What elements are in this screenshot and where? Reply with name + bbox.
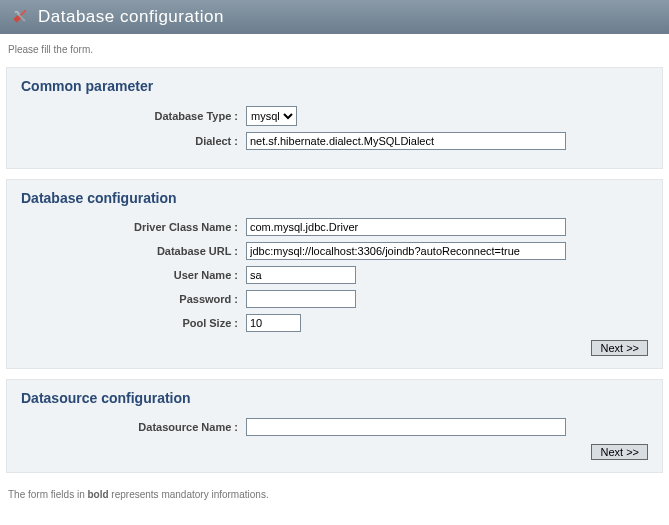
row-database-type: Database Type : mysql [21, 106, 648, 126]
pool-size-input[interactable] [246, 314, 301, 332]
database-type-select[interactable]: mysql [246, 106, 297, 126]
row-user-name: User Name : [21, 266, 648, 284]
section-datasource-configuration: Datasource configuration Datasource Name… [6, 379, 663, 473]
section-database-configuration: Database configuration Driver Class Name… [6, 179, 663, 369]
label-dialect: Dialect : [21, 135, 246, 147]
label-database-url: Database URL : [21, 245, 246, 257]
row-password: Password : [21, 290, 648, 308]
dialect-input[interactable] [246, 132, 566, 150]
section-title-dsconf: Datasource configuration [21, 390, 648, 406]
label-password: Password : [21, 293, 246, 305]
footer-note: The form fields in bold represents manda… [0, 483, 669, 510]
user-name-input[interactable] [246, 266, 356, 284]
password-input[interactable] [246, 290, 356, 308]
label-user-name: User Name : [21, 269, 246, 281]
page-header: Database configuration [0, 0, 669, 34]
row-dialect: Dialect : [21, 132, 648, 150]
intro-text: Please fill the form. [0, 34, 669, 61]
row-datasource-name: Datasource Name : [21, 418, 648, 436]
label-datasource-name: Datasource Name : [21, 421, 246, 433]
label-pool-size: Pool Size : [21, 317, 246, 329]
tools-icon [10, 6, 30, 28]
next-button-ds[interactable]: Next >> [591, 444, 648, 460]
section-common-parameter: Common parameter Database Type : mysql D… [6, 67, 663, 169]
next-button-db[interactable]: Next >> [591, 340, 648, 356]
row-driver-class: Driver Class Name : [21, 218, 648, 236]
database-url-input[interactable] [246, 242, 566, 260]
section-title-common: Common parameter [21, 78, 648, 94]
row-database-url: Database URL : [21, 242, 648, 260]
page-title: Database configuration [38, 7, 224, 27]
driver-class-input[interactable] [246, 218, 566, 236]
footer-suffix: represents mandatory informations. [109, 489, 269, 500]
section-title-dbconf: Database configuration [21, 190, 648, 206]
label-database-type: Database Type : [21, 110, 246, 122]
footer-prefix: The form fields in [8, 489, 87, 500]
footer-bold: bold [87, 489, 108, 500]
label-driver-class: Driver Class Name : [21, 221, 246, 233]
datasource-name-input[interactable] [246, 418, 566, 436]
row-pool-size: Pool Size : [21, 314, 648, 332]
